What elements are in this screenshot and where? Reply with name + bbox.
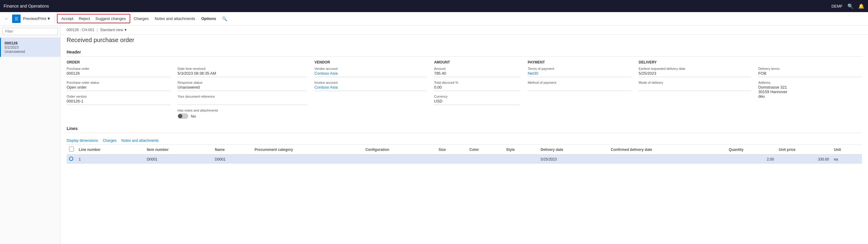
reject-button[interactable]: Reject (76, 15, 92, 22)
top-bar: Finance and Operations DEMF 🔍 🔔 (0, 0, 868, 12)
lines-section-label: Lines (67, 124, 862, 133)
table-header-row: Line number Item number Name Procurement… (67, 145, 862, 154)
col-header-quantity: Quantity (726, 145, 776, 154)
order-version-value[interactable]: 000126-1 (67, 99, 170, 105)
separator-1 (54, 15, 55, 22)
earliest-requested-value: 5/25/2023 (639, 71, 751, 77)
total-discount-label: Total discount % (434, 81, 520, 84)
amount-group: AMOUNT Amount 785.40 Total discount % 0.… (434, 60, 528, 119)
lines-table: Line number Item number Name Procurement… (67, 145, 862, 164)
breadcrumb-view-label: Standard view (100, 28, 123, 32)
your-doc-ref-label: Your document reference (178, 95, 307, 98)
payment-group: PAYMENT Terms of payment Net30 Method of… (528, 60, 639, 119)
cell-confirmed-delivery-date (609, 154, 726, 164)
header-section: Header ORDER Purchase order 000126 Purch… (67, 47, 862, 119)
cell-delivery-date: 5/25/2023 (538, 154, 609, 164)
order-version-label: Order version (67, 95, 170, 98)
cell-color (467, 154, 504, 164)
delivery-terms-spacer (758, 60, 862, 64)
highlighted-action-group: Accept Reject Suggest changes (57, 14, 130, 23)
content-area: 000126 : CH-001 | Standard view ▼ Receiv… (61, 25, 868, 244)
accept-button[interactable]: Accept (59, 15, 76, 22)
datetime-group-spacer (178, 60, 307, 64)
datetime-group: Date time received 5/3/2023 08:38:35 AM … (178, 60, 314, 119)
lines-section: Lines Display dimensions Charges Notes a… (67, 124, 862, 164)
datetime-received-value: 5/3/2023 08:38:35 AM (178, 71, 307, 77)
purchase-order-status-value[interactable]: Open order (67, 85, 170, 91)
main-layout: 000126 5/2/2023 Unanswered 000126 : CH-0… (0, 25, 868, 244)
datetime-received-label: Date time received (178, 67, 307, 70)
amount-group-label: AMOUNT (434, 60, 520, 64)
col-header-checkbox (67, 145, 76, 154)
your-doc-ref-value[interactable] (178, 99, 307, 105)
currency-label: Currency (434, 95, 520, 98)
mode-of-delivery-label: Mode of delivery (639, 81, 751, 84)
vendor-account-value[interactable]: Contoso Asia (314, 71, 427, 77)
top-bar-right: DEMF 🔍 🔔 (831, 3, 864, 9)
command-bar: ← ☰ Preview/Print ▼ Accept Reject Sugges… (0, 12, 868, 25)
notes-attachments-button[interactable]: Notes and attachments (152, 15, 198, 22)
lines-notes-attachments-button[interactable]: Notes and attachments (121, 138, 159, 143)
cell-radio[interactable] (67, 154, 76, 164)
col-header-item-number: Item number (145, 145, 213, 154)
header-fields-row: ORDER Purchase order 000126 Purchase ord… (67, 60, 862, 119)
select-all-checkbox[interactable] (69, 147, 74, 151)
sidebar-item-000126[interactable]: 000126 5/2/2023 Unanswered (0, 38, 60, 57)
col-header-unit: Unit (831, 145, 862, 154)
preview-print-button[interactable]: Preview/Print ▼ (22, 16, 52, 21)
delivery-terms-group: Delivery terms FOB Address Domstrasse 32… (758, 60, 862, 119)
breadcrumb-view-selector[interactable]: Standard view ▼ (100, 28, 127, 32)
earliest-requested-label: Earliest requested delivery date (639, 67, 751, 70)
breadcrumb-separator: | (97, 28, 97, 32)
col-header-confirmed-delivery-date: Confirmed delivery date (609, 145, 726, 154)
breadcrumb-order-ref: 000126 : CH-001 (67, 28, 94, 32)
back-button[interactable]: ← (2, 14, 11, 23)
sidebar-item-status: Unanswered (4, 49, 57, 54)
menu-button[interactable]: ☰ (12, 14, 21, 23)
breadcrumb-view-icon: ▼ (124, 28, 127, 32)
amount-label: Amount (434, 67, 520, 70)
lines-toolbar: Display dimensions Charges Notes and att… (67, 137, 862, 145)
invoice-account-label: Invoice account (314, 81, 427, 84)
delivery-terms-value: FOB (758, 71, 862, 77)
cell-quantity: 2.00 (726, 154, 776, 164)
cell-size (436, 154, 467, 164)
purchase-order-value[interactable]: 000126 (67, 71, 170, 77)
charges-button[interactable]: Charges (131, 15, 151, 22)
terms-of-payment-value[interactable]: Net30 (528, 71, 631, 77)
delivery-group-label: DELIVERY (639, 60, 751, 64)
col-header-unit-price: Unit price (776, 145, 831, 154)
breadcrumb: 000126 : CH-001 | Standard view ▼ (61, 25, 868, 35)
notification-icon[interactable]: 🔔 (858, 3, 864, 9)
mode-of-delivery-value[interactable] (639, 85, 751, 91)
method-of-payment-value[interactable] (528, 85, 631, 91)
row-radio-0[interactable] (69, 156, 73, 161)
cell-configuration (363, 154, 436, 164)
has-notes-toggle[interactable] (178, 113, 188, 119)
cmd-search-icon[interactable]: 🔍 (222, 16, 227, 21)
cell-item-number: D0001 (145, 154, 213, 164)
address-value: Domstrasse 321 30159 Hannover deu (758, 85, 862, 99)
cell-unit: ea (831, 154, 862, 164)
purchase-order-label: Purchase order (67, 67, 170, 70)
lines-charges-button[interactable]: Charges (103, 138, 116, 143)
toggle-label: No (191, 114, 196, 118)
amount-value: 785.40 (434, 71, 520, 77)
delivery-group: DELIVERY Earliest requested delivery dat… (639, 60, 758, 119)
col-header-name: Name (212, 145, 252, 154)
display-dimensions-button[interactable]: Display dimensions (67, 138, 98, 143)
payment-group-label: PAYMENT (528, 60, 631, 64)
options-button[interactable]: Options (199, 15, 218, 22)
response-status-value: Unanswered (178, 85, 307, 91)
sidebar: 000126 5/2/2023 Unanswered (0, 25, 61, 244)
col-header-color: Color (467, 145, 504, 154)
invoice-account-value[interactable]: Contoso Asia (314, 85, 427, 91)
table-row[interactable]: 1 D0001 D0001 5/25/2023 2.00 330.00 ea (67, 154, 862, 164)
has-notes-toggle-row: No (178, 113, 307, 119)
sidebar-filter-input[interactable] (2, 28, 58, 35)
preview-print-label: Preview/Print (23, 16, 46, 21)
suggest-changes-button[interactable]: Suggest changes (93, 15, 128, 22)
terms-of-payment-label: Terms of payment (528, 67, 631, 70)
col-header-delivery-date: Delivery date (538, 145, 609, 154)
search-icon[interactable]: 🔍 (847, 3, 854, 9)
